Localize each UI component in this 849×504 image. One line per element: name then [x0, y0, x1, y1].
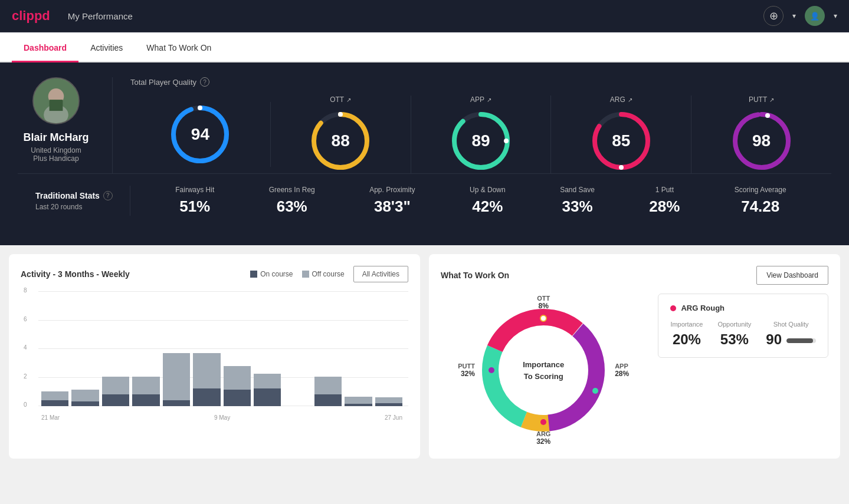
gauge-app: APP↗ 89: [411, 95, 552, 173]
stat-greens-label: Greens In Reg: [269, 186, 315, 194]
player-country: United Kingdom: [31, 146, 81, 154]
svg-rect-3: [50, 100, 63, 111]
x-axis-labels: 21 Mar 9 May 27 Jun: [41, 414, 402, 421]
gauge-ott-value: 88: [332, 131, 350, 150]
add-button[interactable]: ⊕: [763, 6, 784, 26]
bar-group-10: [314, 291, 342, 406]
arg-label: ARG 32%: [536, 430, 550, 446]
stat-updown-label: Up & Down: [470, 186, 506, 194]
app-label: APP 28%: [615, 363, 629, 378]
trad-info-icon[interactable]: ?: [103, 191, 113, 200]
gauge-total-circle: 94: [168, 102, 232, 167]
player-name: Blair McHarg: [23, 131, 88, 144]
bars-container: [41, 291, 402, 406]
importance-label: Importance: [670, 321, 703, 328]
quality-info-icon[interactable]: ?: [200, 77, 209, 87]
player-info: Blair McHarg United Kingdom Plus Handica…: [18, 77, 112, 173]
donut-center-text: ImportanceTo Scoring: [523, 359, 564, 382]
gauge-arg-circle: 85: [589, 108, 654, 173]
player-handicap: Plus Handicap: [33, 154, 78, 163]
quality-gauges: 94 OTT↗ 88: [130, 95, 831, 173]
svg-point-12: [504, 139, 509, 143]
quality-section: Total Player Quality ? 94: [112, 77, 831, 173]
svg-point-9: [338, 112, 343, 117]
stat-sandsave-value: 33%: [562, 197, 592, 216]
gauge-app-value: 89: [471, 131, 490, 150]
detail-card: ARG Rough Importance 20% Opportunity 53%…: [658, 294, 828, 358]
trad-label-section: Traditional Stats ? Last 20 rounds: [35, 191, 130, 211]
svg-point-6: [198, 106, 202, 110]
stats-banner: Blair McHarg United Kingdom Plus Handica…: [0, 62, 849, 245]
view-dashboard-button[interactable]: View Dashboard: [756, 266, 828, 285]
bar-group-6: [193, 291, 220, 406]
detail-metrics: Importance 20% Opportunity 53% Shot Qual…: [670, 321, 816, 348]
svg-rect-20: [302, 271, 309, 278]
trad-label: Traditional Stats ?: [35, 191, 130, 200]
tab-activities[interactable]: Activities: [78, 32, 135, 62]
x-label-jun: 27 Jun: [385, 414, 402, 421]
stat-proximity-label: App. Proximity: [369, 186, 415, 194]
off-course-icon: [302, 271, 309, 278]
on-course-icon: [250, 271, 257, 278]
bar-group-1: [41, 291, 68, 406]
gauge-arg-value: 85: [612, 131, 630, 150]
avatar[interactable]: 👤: [805, 6, 825, 26]
ott-label: OTT 8%: [537, 295, 550, 310]
bar-group-5: [163, 291, 190, 406]
bar-group-7: [224, 291, 251, 406]
header-actions: ⊕ ▾ 👤 ▾: [763, 6, 837, 26]
detail-card-title: ARG Rough: [670, 304, 816, 312]
bottom-section: Activity - 3 Months - Weekly On course O…: [0, 245, 849, 467]
page-title: My Performance: [68, 11, 763, 21]
avatar-icon: 👤: [810, 12, 820, 21]
importance-value: 20%: [673, 331, 701, 348]
activity-chart-title: Activity - 3 Months - Weekly: [21, 269, 130, 279]
stat-scoring-value: 74.28: [741, 197, 779, 216]
opportunity-label: Opportunity: [717, 321, 751, 328]
tab-dashboard[interactable]: Dashboard: [12, 32, 78, 62]
donut-wrapper: ImportanceTo Scoring OTT 8% APP 28% ARG …: [467, 294, 620, 447]
gauge-app-label: APP↗: [470, 95, 491, 104]
add-dropdown-arrow: ▾: [792, 12, 796, 20]
stat-oneputt-label: 1 Putt: [655, 186, 674, 194]
x-label-may: 9 May: [214, 414, 230, 421]
detail-metric-opportunity: Opportunity 53%: [717, 321, 751, 348]
detail-dot-icon: [670, 305, 676, 311]
svg-rect-19: [250, 271, 257, 278]
stat-sandsave: Sand Save 33%: [560, 186, 595, 216]
gauge-ott: OTT↗ 88: [271, 95, 411, 173]
gauge-ott-label: OTT↗: [330, 95, 351, 104]
gauge-putt-circle: 98: [729, 108, 794, 173]
bar-group-9: [284, 291, 311, 406]
svg-point-15: [619, 165, 624, 170]
avatar-dropdown-arrow: ▾: [834, 12, 837, 20]
detail-metric-importance: Importance 20%: [670, 321, 703, 348]
svg-point-29: [489, 367, 494, 373]
bar-group-8: [254, 291, 281, 406]
stat-fairways-value: 51%: [179, 197, 210, 216]
gauge-putt-label: PUTT↗: [749, 95, 774, 104]
bar-group-12: [375, 291, 402, 406]
gauge-arg: ARG↗ 85: [551, 95, 691, 173]
stat-oneputt: 1 Putt 28%: [649, 186, 680, 216]
gauge-ott-circle: 88: [308, 108, 373, 173]
opportunity-value: 53%: [720, 331, 749, 348]
stat-proximity-value: 38'3": [374, 197, 411, 216]
stat-greens-value: 63%: [277, 197, 307, 216]
stat-scoring-label: Scoring Average: [735, 186, 786, 194]
stat-fairways: Fairways Hit 51%: [175, 186, 214, 216]
tab-what-to-work-on[interactable]: What To Work On: [135, 32, 223, 62]
stat-scoring: Scoring Average 74.28: [735, 186, 786, 216]
bar-group-4: [132, 291, 159, 406]
player-avatar: [32, 77, 80, 124]
add-icon: ⊕: [769, 9, 778, 22]
trad-sublabel: Last 20 rounds: [35, 203, 130, 211]
gauge-total-value: 94: [191, 125, 209, 144]
stat-greens: Greens In Reg 63%: [269, 186, 315, 216]
quality-metric-value: 90: [766, 331, 782, 348]
all-activities-button[interactable]: All Activities: [353, 266, 408, 282]
gauge-putt-value: 98: [752, 131, 771, 150]
gauge-app-circle: 89: [448, 108, 513, 173]
what-to-work-on-card: What To Work On View Dashboard: [429, 254, 840, 459]
quality-label: Total Player Quality ?: [130, 77, 831, 87]
